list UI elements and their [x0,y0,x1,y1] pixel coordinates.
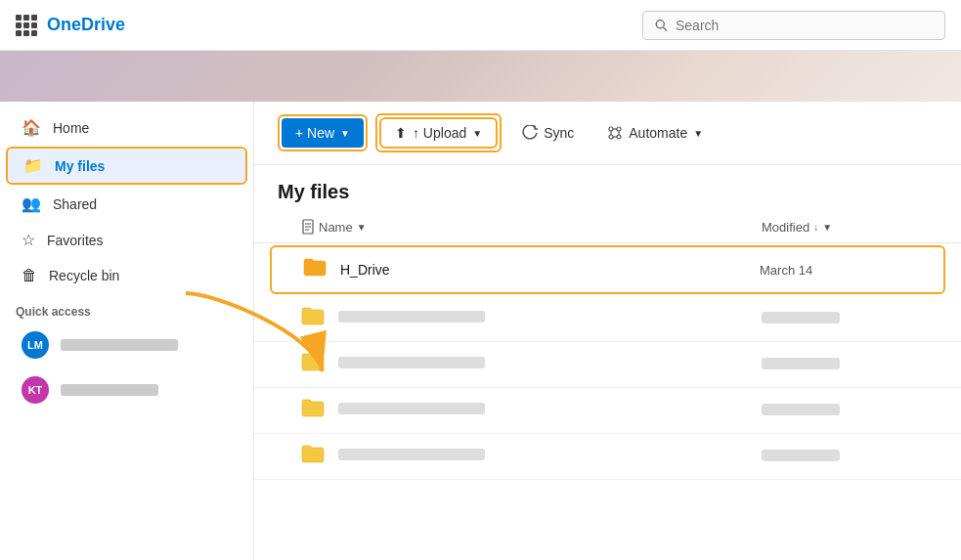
automate-button[interactable]: Automate ▼ [594,117,716,149]
col-modified-label: Modified [762,220,809,235]
new-button[interactable]: + New ▼ [282,118,364,148]
file-row[interactable] [254,434,961,480]
upload-button-wrapper: ⬆ ↑ Upload ▼ [375,113,502,152]
sidebar-item-recyclebin[interactable]: 🗑 Recycle bin [6,259,247,292]
file-area: My files Name ▼ Modified ↓ [254,165,961,560]
file-row[interactable] [254,296,961,342]
myfiles-icon: 📁 [23,156,43,175]
search-icon [655,19,668,32]
file-row[interactable]: H_DriveMarch 14 [270,245,945,294]
shared-icon: 👥 [22,194,41,213]
app-title: OneDrive [47,15,125,35]
sidebar-item-label: My files [55,158,105,174]
col-name-sort-icon: ▼ [357,222,367,233]
banner [0,51,961,102]
favorites-icon: ☆ [22,231,35,249]
upload-caret-icon: ▼ [472,128,482,139]
file-name [338,357,762,372]
file-header-row: Name ▼ Modified ↓ ▼ [254,211,961,243]
sidebar-item-shared[interactable]: 👥 Shared [6,187,247,221]
file-modified [762,450,938,464]
search-box[interactable] [642,11,945,40]
sidebar-item-myfiles[interactable]: 📁 My files [6,147,247,185]
content-area: + New ▼ ⬆ ↑ Upload ▼ Sync [254,102,961,560]
sidebar-item-home[interactable]: 🏠 Home [6,110,247,145]
upload-button[interactable]: ⬆ ↑ Upload ▼ [379,117,498,149]
new-button-label: + New [295,125,334,141]
automate-caret-icon: ▼ [693,128,703,139]
col-modified-header[interactable]: Modified ↓ ▼ [762,220,938,235]
search-input[interactable] [676,18,933,33]
sidebar-item-label: Shared [53,196,97,212]
main-layout: 🏠 Home 📁 My files 👥 Shared ☆ Favorites 🗑… [0,102,961,560]
folder-icon [301,444,325,469]
svg-point-4 [609,135,613,139]
sidebar-item-label: Recycle bin [49,268,119,283]
recyclebin-icon: 🗑 [22,267,37,284]
sidebar-item-user2[interactable]: KT [6,368,247,411]
new-caret-icon: ▼ [340,128,350,139]
file-modified [762,404,938,418]
file-name [338,403,762,418]
sidebar-item-label: Favorites [47,233,104,248]
avatar-2: KT [22,376,49,404]
user1-name [61,339,178,351]
file-modified [762,312,938,326]
topbar: OneDrive [0,0,961,51]
new-button-wrapper: + New ▼ [278,114,368,151]
waffle-icon[interactable] [16,15,37,36]
col-modified-sort-icon: ↓ [813,222,818,233]
sidebar-item-favorites[interactable]: ☆ Favorites [6,223,247,257]
file-row[interactable] [254,388,961,434]
folder-icon [303,257,327,282]
svg-point-0 [656,20,664,27]
quickaccess-title: Quick access [0,293,253,323]
file-modified: March 14 [760,263,936,278]
file-modified [762,358,938,372]
svg-point-3 [617,127,621,131]
file-header-icon [301,219,315,235]
upload-icon: ⬆ [395,125,407,141]
automate-button-label: Automate [629,125,687,141]
sidebar-item-label: Home [53,120,89,136]
home-icon: 🏠 [22,118,41,137]
col-name-header[interactable]: Name ▼ [301,219,762,235]
upload-button-label: ↑ Upload [413,125,466,141]
col-name-label: Name [319,220,353,235]
sync-button-label: Sync [544,125,574,141]
file-name [338,449,762,464]
sync-button[interactable]: Sync [509,117,587,149]
file-name [338,311,762,326]
file-row[interactable] [254,342,961,388]
sidebar: 🏠 Home 📁 My files 👥 Shared ☆ Favorites 🗑… [0,102,254,560]
toolbar: + New ▼ ⬆ ↑ Upload ▼ Sync [254,102,961,165]
topbar-left: OneDrive [16,15,270,36]
avatar-1: LM [22,331,49,359]
sync-icon [522,125,538,141]
sidebar-item-user1[interactable]: LM [6,323,247,366]
folder-icon [301,306,325,331]
col-modified-expand-icon: ▼ [822,222,832,233]
svg-point-5 [617,135,621,139]
file-name: H_Drive [340,262,760,278]
file-rows-container: H_DriveMarch 14 [254,245,961,480]
svg-point-2 [609,127,613,131]
folder-icon [301,352,325,377]
svg-line-1 [664,27,668,31]
automate-icon [607,125,623,141]
page-title-bar: My files [254,165,961,211]
folder-icon [301,398,325,423]
page-title: My files [278,181,349,202]
user2-name [61,384,158,396]
